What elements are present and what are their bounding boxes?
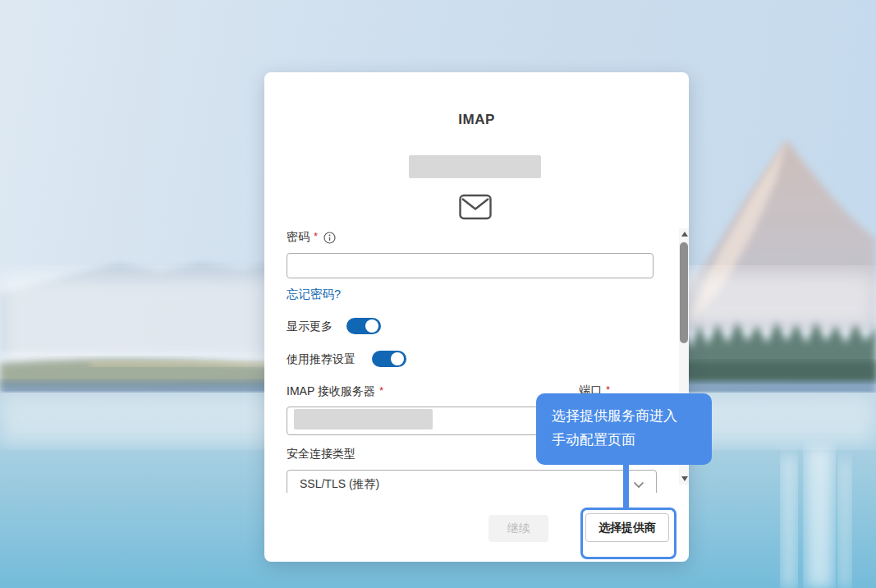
security-select-clip: SSL/TLS (推荐)	[287, 470, 657, 493]
annotation-connector-line	[623, 462, 629, 509]
scroll-up-icon[interactable]	[681, 232, 688, 237]
tooltip-line-2: 手动配置页面	[552, 428, 712, 452]
chevron-down-icon	[633, 477, 644, 492]
password-label-row: 密码 *	[287, 230, 336, 245]
imap-server-label-row: IMAP 接收服务器 *	[287, 384, 383, 399]
use-recommended-toggle[interactable]	[372, 351, 406, 367]
forgot-password-link[interactable]: 忘记密码?	[287, 287, 341, 302]
toggle-knob	[365, 319, 378, 333]
info-icon[interactable]	[323, 232, 336, 244]
continue-button[interactable]: 继续	[488, 515, 548, 542]
imap-server-required-mark: *	[379, 384, 383, 397]
redacted-account-value	[409, 155, 541, 178]
use-recommended-label: 使用推荐设置	[287, 352, 355, 367]
show-more-toggle[interactable]	[346, 318, 381, 334]
dialog-title: IMAP	[264, 112, 689, 128]
imap-server-label: IMAP 接收服务器	[287, 384, 375, 399]
toggle-knob	[391, 352, 404, 365]
envelope-icon	[458, 192, 493, 225]
password-label: 密码	[287, 230, 310, 245]
annotation-tooltip: 选择提供服务商进入 手动配置页面	[536, 393, 712, 465]
scroll-down-icon[interactable]	[681, 476, 688, 481]
scrollbar-thumb[interactable]	[680, 242, 688, 343]
show-more-label: 显示更多	[287, 319, 333, 334]
password-input[interactable]	[287, 253, 654, 278]
security-type-label: 安全连接类型	[287, 447, 355, 462]
desktop-screen: IMAP 密码 * 忘记密码? 显示更多	[0, 0, 876, 588]
password-required-mark: *	[314, 230, 318, 242]
security-type-select[interactable]: SSL/TLS (推荐)	[287, 470, 657, 493]
tooltip-line-1: 选择提供服务商进入	[552, 404, 712, 428]
redacted-server-value	[294, 409, 433, 430]
security-type-value: SSL/TLS (推荐)	[300, 477, 633, 492]
annotation-highlight-box	[580, 508, 676, 559]
